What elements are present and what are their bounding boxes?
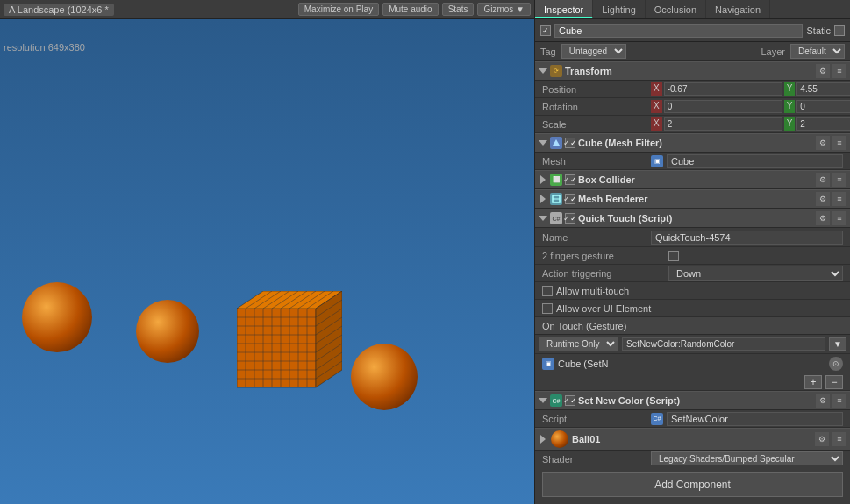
- mesh-filter-settings-btn[interactable]: ⚙: [816, 136, 830, 150]
- gizmos-btn[interactable]: Gizmos ▼: [477, 3, 531, 16]
- allow-multi-touch-checkbox[interactable]: [542, 286, 553, 296]
- qt-name-label: Name: [542, 232, 647, 243]
- tab-lighting[interactable]: Lighting: [593, 0, 646, 18]
- set-new-color-checkbox[interactable]: ✓: [565, 395, 575, 406]
- mesh-renderer-menu-btn[interactable]: ≡: [832, 192, 846, 206]
- resolution-info: resolution 649x380: [4, 42, 85, 53]
- quick-touch-checkbox[interactable]: ✓: [565, 213, 575, 224]
- transform-menu-btn[interactable]: ≡: [832, 64, 846, 78]
- shader-label: Shader: [542, 454, 647, 465]
- script-icon: C#: [651, 413, 663, 425]
- shader-row: Shader Legacy Shaders/Bumped Specular: [535, 451, 850, 465]
- quick-touch-settings-btn[interactable]: ⚙: [816, 211, 830, 225]
- script-label: Script: [542, 414, 647, 424]
- inspector-content[interactable]: ⟳ Transform ⚙ ≡ Position X Y Z Rotation: [535, 61, 850, 465]
- position-x-label: X: [651, 82, 662, 96]
- layer-dropdown[interactable]: Default: [790, 44, 845, 59]
- mesh-row: Mesh ▣: [535, 153, 850, 170]
- ball01-header[interactable]: Ball01 ⚙ ≡: [535, 428, 850, 451]
- qt-two-fingers-row: 2 fingers gesture: [535, 247, 850, 265]
- transform-collapse-arrow: [539, 67, 547, 75]
- mute-audio-btn[interactable]: Mute audio: [382, 3, 438, 16]
- position-y-input[interactable]: [796, 82, 850, 96]
- transform-component-header[interactable]: ⟳ Transform ⚙ ≡: [535, 61, 850, 81]
- method-value-input[interactable]: [622, 337, 825, 351]
- mesh-filter-title: Cube (Mesh Filter): [578, 138, 813, 148]
- cube-ref-row: ▣ Cube (SetN ⊙: [535, 354, 850, 373]
- event-minus-btn[interactable]: −: [825, 375, 843, 389]
- set-new-color-icon: C#: [550, 394, 562, 407]
- mesh-renderer-settings-btn[interactable]: ⚙: [816, 192, 830, 206]
- box-collider-icon: ⬜: [550, 174, 562, 186]
- allow-over-ui-checkbox[interactable]: [542, 303, 553, 314]
- mesh-renderer-header[interactable]: ✓ Mesh Renderer ⚙ ≡: [535, 189, 850, 209]
- tab-inspector[interactable]: Inspector: [535, 0, 593, 18]
- script-value-input[interactable]: [667, 412, 843, 426]
- transform-title: Transform: [565, 66, 813, 76]
- layer-label: Layer: [761, 46, 785, 57]
- position-x-input[interactable]: [664, 82, 782, 96]
- stats-btn[interactable]: Stats: [442, 3, 475, 16]
- cube-ref-icon: ▣: [542, 358, 554, 370]
- tag-dropdown[interactable]: Untagged: [561, 44, 626, 59]
- mesh-filter-menu-btn[interactable]: ≡: [832, 136, 846, 150]
- box-collider-header[interactable]: ⬜ ✓ Box Collider ⚙ ≡: [535, 170, 850, 189]
- rotation-x-input[interactable]: [664, 100, 782, 113]
- rotation-label: Rotation: [542, 102, 647, 112]
- add-minus-row: + −: [535, 373, 850, 391]
- cube-ref-circle-btn[interactable]: ⊙: [829, 357, 843, 371]
- quick-touch-menu-btn[interactable]: ≡: [832, 211, 846, 225]
- mesh-filter-checkbox[interactable]: ✓: [565, 138, 575, 148]
- sphere-object-3: [351, 344, 418, 410]
- tab-navigation[interactable]: Navigation: [706, 0, 770, 18]
- mesh-renderer-icon: [550, 193, 562, 205]
- event-add-btn[interactable]: +: [804, 375, 822, 389]
- qt-two-fingers-checkbox[interactable]: [668, 251, 679, 261]
- mesh-filter-collapse-arrow: [539, 138, 547, 147]
- set-new-color-header[interactable]: C# ✓ Set New Color (Script) ⚙ ≡: [535, 391, 850, 410]
- qt-name-input[interactable]: [651, 231, 843, 245]
- add-component-button[interactable]: Add Component: [542, 472, 843, 497]
- scale-xyz: X Y Z: [651, 117, 850, 131]
- box-collider-menu-btn[interactable]: ≡: [832, 173, 846, 187]
- box-collider-settings-btn[interactable]: ⚙: [816, 173, 830, 187]
- scale-y-input[interactable]: [796, 117, 850, 131]
- static-checkbox[interactable]: [834, 25, 845, 36]
- object-name-field[interactable]: [554, 24, 803, 38]
- rotation-y-input[interactable]: [796, 100, 850, 113]
- mesh-renderer-checkbox[interactable]: ✓: [565, 194, 575, 204]
- ball01-title: Ball01: [572, 434, 811, 444]
- static-label: Static: [806, 25, 831, 36]
- transform-settings-btn[interactable]: ⚙: [816, 64, 830, 78]
- viewport-label: A Landscape (1024x6 *: [4, 4, 114, 16]
- qt-name-row: Name: [535, 228, 850, 247]
- inspector-panel: Inspector Lighting Occlusion Navigation …: [534, 0, 850, 504]
- allow-multi-touch-row: Allow multi-touch: [535, 282, 850, 300]
- mesh-filter-component-header[interactable]: ✓ Cube (Mesh Filter) ⚙ ≡: [535, 133, 850, 153]
- maximize-on-play-btn[interactable]: Maximize on Play: [298, 3, 379, 16]
- qt-action-label: Action triggering: [542, 268, 665, 279]
- box-collider-checkbox[interactable]: ✓: [565, 174, 575, 185]
- shader-dropdown[interactable]: Legacy Shaders/Bumped Specular: [651, 451, 843, 465]
- ball01-settings-btn[interactable]: ⚙: [815, 432, 829, 446]
- scale-label: Scale: [542, 119, 647, 130]
- ball01-menu-btn[interactable]: ≡: [832, 432, 846, 446]
- scale-x-input[interactable]: [664, 117, 782, 131]
- mesh-value-input[interactable]: [667, 154, 843, 168]
- method-arrow-btn[interactable]: ▼: [829, 337, 846, 351]
- position-y-label: Y: [784, 82, 796, 96]
- quick-touch-collapse-arrow: [539, 214, 547, 223]
- quick-touch-title: Quick Touch (Script): [578, 213, 813, 224]
- transform-icon: ⟳: [550, 65, 562, 77]
- mesh-icon: ▣: [651, 155, 663, 167]
- position-label: Position: [542, 84, 647, 95]
- sphere-object-2: [136, 300, 199, 363]
- tab-occlusion[interactable]: Occlusion: [646, 0, 706, 18]
- set-new-color-settings-btn[interactable]: ⚙: [816, 394, 830, 408]
- position-row: Position X Y Z: [535, 81, 850, 98]
- qt-action-dropdown[interactable]: Down: [668, 266, 843, 281]
- runtime-select[interactable]: Runtime Only: [539, 337, 618, 351]
- object-enabled-checkbox[interactable]: [540, 25, 551, 36]
- quick-touch-header[interactable]: C# ✓ Quick Touch (Script) ⚙ ≡: [535, 209, 850, 228]
- set-new-color-menu-btn[interactable]: ≡: [832, 394, 846, 408]
